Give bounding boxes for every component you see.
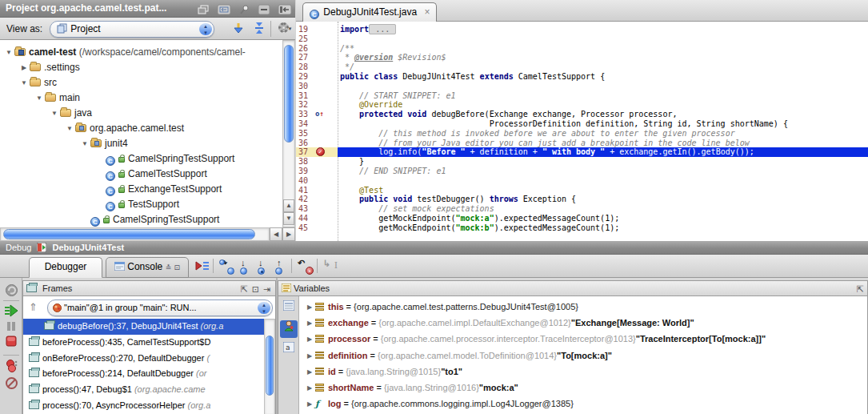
tree-item[interactable]: ▼src	[0, 75, 282, 90]
tree-scroll-up-icon[interactable]: ▲	[283, 199, 294, 212]
code-line[interactable]: 32 @Override	[296, 100, 868, 110]
float-window-icon[interactable]	[197, 4, 210, 16]
thread-combo-stepper-icon[interactable]: ▲▼	[258, 302, 270, 314]
tree-vscrollbar[interactable]: ▲ ▼	[282, 40, 295, 227]
step-over-icon[interactable]: ↷	[219, 259, 235, 275]
tree-expand-icon[interactable]: ▼	[34, 90, 45, 106]
variable-expand-icon[interactable]: ▶	[304, 299, 315, 316]
code-line[interactable]: 35 // this method is invoked before we a…	[296, 129, 868, 139]
combo-stepper-icon[interactable]: ▲▼	[199, 23, 212, 35]
stack-frame-row[interactable]: process():47, Debug$1 (org.apache.came	[23, 382, 266, 398]
tree-item[interactable]: CCamelSpringTestSupport	[0, 212, 282, 227]
scroll-to-end-icon[interactable]: ≛	[166, 263, 172, 271]
frame-up-icon[interactable]: ⇑	[29, 301, 38, 313]
tab-debugger[interactable]: Debugger	[29, 257, 102, 278]
tree-item[interactable]: ▼main	[0, 90, 282, 106]
code-line[interactable]: 34 ProcessorDefinition definition, Strin…	[296, 119, 868, 129]
tree-hscrollbar[interactable]	[0, 227, 270, 241]
tree-scroll-right-icon[interactable]: ▶	[282, 227, 295, 241]
mute-breakpoints-icon[interactable]	[6, 377, 18, 392]
code-line[interactable]: 39 // END SNIPPET: e1	[296, 167, 868, 176]
tree-item[interactable]: ▼org.apache.camel.test	[0, 121, 282, 136]
tree-expand-icon[interactable]: ▼	[64, 121, 75, 136]
restore-layout-icon[interactable]: ⇱	[241, 282, 248, 296]
code-line[interactable]: 37✓ log.info("Before " + definition + " …	[296, 147, 868, 157]
variable-expand-icon[interactable]: ▶	[304, 332, 315, 348]
watches-icon[interactable]	[280, 320, 298, 338]
tree-expand-icon[interactable]: ▼	[49, 106, 60, 121]
float-panel-icon[interactable]: ⊡	[252, 282, 259, 296]
drop-frame-icon[interactable]: ↶×	[298, 259, 314, 275]
restore-variables-layout-icon[interactable]: ⇱	[857, 282, 864, 296]
pause-icon[interactable]	[6, 321, 16, 334]
variable-row[interactable]: ▶processor = {org.apache.camel.processor…	[304, 331, 766, 347]
close-tab-icon[interactable]: ×	[424, 6, 430, 18]
frames-vscroll-thumb[interactable]	[266, 336, 274, 396]
view-breakpoints-icon[interactable]	[6, 360, 18, 375]
scroll-from-source-icon[interactable]	[217, 4, 231, 16]
tree-item[interactable]: CCamelSpringTestSupport	[0, 151, 282, 167]
variable-expand-icon[interactable]: ▶	[304, 364, 315, 380]
code-line[interactable]: 38 }	[296, 157, 868, 167]
code-line[interactable]: 45 getMockEndpoint("mock:b").expectedMes…	[296, 223, 868, 233]
rerun-debug-icon[interactable]	[6, 284, 18, 299]
code-line[interactable]: 31 // START SNIPPET: e1	[296, 91, 868, 101]
view-as-combo[interactable]: Project ▲▼	[50, 21, 214, 38]
frames-vscrollbar[interactable]	[264, 319, 275, 414]
editor-body[interactable]: 19import ... 2526/**27 * @version $Revis…	[296, 22, 868, 241]
variable-row[interactable]: ▶exchange = {org.apache.camel.impl.Defau…	[304, 315, 694, 331]
thread-combo[interactable]: "main"@1 in group "main": RUN... ▲▼	[47, 299, 273, 316]
code-line[interactable]: 27 * @version $Revision$	[296, 53, 868, 62]
code-line[interactable]: 42 public void testDebugger() throws Exc…	[296, 195, 868, 204]
variable-expand-icon[interactable]: ▶	[304, 348, 315, 364]
tree-item[interactable]: ▼junit4	[0, 136, 282, 151]
tree-scroll-down-icon[interactable]: ▼	[283, 212, 294, 225]
stack-frame-row[interactable]: beforeProcess():435, CamelTestSupport$D	[23, 335, 266, 351]
variable-expand-icon[interactable]: ▶	[304, 396, 315, 412]
code-line[interactable]: 33o↑ protected void debugBefore(Exchange…	[296, 110, 868, 119]
tree-hscroll-thumb[interactable]	[3, 229, 255, 239]
settings-gear-icon[interactable]: ▾	[277, 22, 293, 33]
code-line[interactable]: 25	[296, 34, 868, 44]
tree-vscroll-thumb[interactable]	[284, 45, 294, 143]
tree-item[interactable]: CCamelTestSupport	[0, 167, 282, 182]
variable-expand-icon[interactable]: ▶	[304, 380, 315, 396]
step-into-icon[interactable]: ↓	[237, 259, 253, 275]
code-line[interactable]: 28 */	[296, 62, 868, 72]
variable-row[interactable]: ▶id = {java.lang.String@1015}"to1"	[304, 364, 462, 380]
minimize-icon[interactable]	[258, 4, 270, 16]
code-line[interactable]: 29public class DebugJUnit4Test extends C…	[296, 72, 868, 82]
variable-row[interactable]: ▶this = {org.apache.camel.test.patterns.…	[304, 299, 578, 315]
tree-scroll-left-icon[interactable]: ◀	[270, 227, 282, 241]
code-line[interactable]: 19import ...	[296, 25, 868, 34]
tree-item[interactable]: CExchangeTestSupport	[0, 182, 282, 197]
override-method-icon[interactable]: o↑	[315, 110, 324, 119]
show-execution-point-icon[interactable]	[194, 259, 210, 275]
stack-frame-row[interactable]: debugBefore():37, DebugJUnit4Test (org.a	[23, 319, 276, 335]
code-line[interactable]: 43 // set mock expectations	[296, 204, 868, 214]
evaluate-expression-icon[interactable]	[280, 299, 298, 317]
code-line[interactable]: 40	[296, 176, 868, 186]
stack-frame-row[interactable]: beforeProcess():214, DefaultDebugger (or	[23, 366, 266, 382]
collapse-all-icon[interactable]	[251, 22, 267, 37]
run-to-cursor-icon[interactable]: ↳I	[323, 259, 339, 275]
variable-row[interactable]: ▶shortName = {java.lang.String@1016}"moc…	[304, 380, 518, 396]
tree-expand-icon[interactable]: ▶	[18, 60, 30, 75]
variable-row[interactable]: ▶ƒlog = {org.apache.commons.logging.impl…	[304, 396, 574, 412]
tree-item[interactable]: ▼camel-test (/workspace/camel/components…	[0, 45, 282, 60]
hide-panel-icon[interactable]	[278, 4, 292, 16]
inline-values-icon[interactable]: a	[280, 341, 298, 359]
tree-item[interactable]: ▶.settings	[0, 60, 282, 75]
code-line[interactable]: 30	[296, 82, 868, 91]
tab-console[interactable]: Console ≛ ⊡	[106, 257, 189, 278]
code-line[interactable]: 44 getMockEndpoint("mock:a").expectedMes…	[296, 214, 868, 223]
tree-expand-icon[interactable]: ▼	[18, 75, 30, 90]
pin-icon[interactable]	[238, 4, 250, 16]
stack-frame-row[interactable]: process():70, AsyncProcessorHelper (org.…	[23, 398, 266, 414]
code-line[interactable]: 26/**	[296, 44, 868, 54]
code-line[interactable]: 36 // from your Java editor you can just…	[296, 139, 868, 148]
hide-frames-icon[interactable]: ⇥	[263, 282, 270, 296]
tree-expand-icon[interactable]: ▼	[3, 45, 14, 60]
resume-icon[interactable]	[4, 304, 18, 320]
tree-item[interactable]: CTestSupport	[0, 197, 282, 212]
